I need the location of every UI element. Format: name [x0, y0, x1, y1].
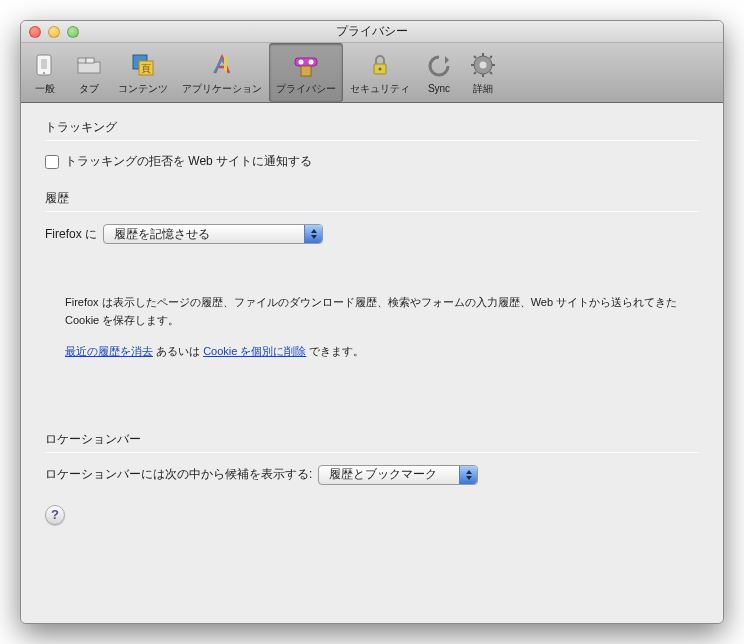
svg-rect-3	[78, 62, 100, 73]
tab-sync[interactable]: Sync	[417, 43, 461, 102]
minimize-button[interactable]	[48, 26, 60, 38]
section-title-locationbar: ロケーションバー	[45, 431, 699, 448]
svg-rect-10	[295, 58, 317, 66]
history-links-row: 最近の履歴を消去 あるいは Cookie を個別に削除 できます。	[65, 343, 699, 361]
history-mode-value: 履歴を記憶させる	[114, 226, 210, 243]
svg-rect-9	[224, 57, 227, 71]
general-icon	[30, 50, 60, 80]
tracking-checkbox-row[interactable]: トラッキングの拒否を Web サイトに通知する	[45, 153, 699, 170]
tab-label: タブ	[79, 82, 99, 96]
tracking-checkbox-label: トラッキングの拒否を Web サイトに通知する	[65, 153, 312, 170]
tab-label: アプリケーション	[182, 82, 262, 96]
history-links-middle: あるいは	[153, 345, 203, 357]
history-description-block: Firefox は表示したページの履歴、ファイルのダウンロード履歴、検索やフォー…	[65, 294, 699, 361]
content-icon: 頁	[128, 50, 158, 80]
clear-recent-history-link[interactable]: 最近の履歴を消去	[65, 345, 153, 357]
tab-label: セキュリティ	[350, 82, 410, 96]
select-arrows-icon	[459, 466, 477, 484]
tab-security[interactable]: セキュリティ	[343, 43, 417, 102]
locationbar-label: ロケーションバーには次の中から候補を表示する:	[45, 466, 312, 483]
svg-rect-4	[78, 58, 86, 63]
titlebar: プライバシー	[21, 21, 723, 43]
tab-applications[interactable]: アプリケーション	[175, 43, 269, 102]
svg-rect-13	[301, 66, 311, 76]
window-title: プライバシー	[21, 23, 723, 40]
applications-icon	[207, 50, 237, 80]
tab-tabs[interactable]: タブ	[67, 43, 111, 102]
history-mode-select[interactable]: 履歴を記憶させる	[103, 224, 323, 244]
locationbar-row: ロケーションバーには次の中から候補を表示する: 履歴とブックマーク	[45, 465, 699, 485]
tracking-section: トラッキング トラッキングの拒否を Web サイトに通知する	[45, 119, 699, 170]
svg-rect-5	[86, 58, 94, 63]
section-title-history: 履歴	[45, 190, 699, 207]
history-links-suffix: できます。	[306, 345, 364, 357]
svg-line-22	[474, 56, 476, 58]
advanced-icon	[468, 50, 498, 80]
tab-label: 一般	[35, 82, 55, 96]
tab-label: 詳細	[473, 82, 493, 96]
svg-point-12	[309, 59, 314, 64]
svg-rect-1	[41, 59, 47, 69]
history-description-text: Firefox は表示したページの履歴、ファイルのダウンロード履歴、検索やフォー…	[65, 294, 699, 329]
locationbar-value: 履歴とブックマーク	[329, 466, 437, 483]
svg-line-24	[474, 72, 476, 74]
tabs-icon	[74, 50, 104, 80]
locationbar-section: ロケーションバー ロケーションバーには次の中から候補を表示する: 履歴とブックマ…	[45, 431, 699, 485]
preferences-toolbar: 一般 タブ 頁 コンテンツ アプリケーション プラ	[21, 43, 723, 103]
tracking-checkbox[interactable]	[45, 155, 59, 169]
security-icon	[365, 50, 395, 80]
help-icon: ?	[51, 507, 59, 522]
close-button[interactable]	[29, 26, 41, 38]
divider	[45, 452, 699, 453]
tab-label: プライバシー	[276, 82, 336, 96]
window-controls	[21, 26, 79, 38]
history-mode-row: Firefox に 履歴を記憶させる	[45, 224, 699, 244]
tab-general[interactable]: 一般	[23, 43, 67, 102]
divider	[45, 140, 699, 141]
svg-point-11	[299, 59, 304, 64]
history-section: 履歴 Firefox に 履歴を記憶させる Firefox は表示したページの履…	[45, 190, 699, 361]
divider	[45, 211, 699, 212]
delete-cookies-link[interactable]: Cookie を個別に削除	[203, 345, 306, 357]
help-button[interactable]: ?	[45, 505, 65, 525]
preferences-window: プライバシー 一般 タブ 頁 コンテンツ アプ	[20, 20, 724, 624]
locationbar-select[interactable]: 履歴とブックマーク	[318, 465, 478, 485]
svg-line-25	[490, 56, 492, 58]
content-area: トラッキング トラッキングの拒否を Web サイトに通知する 履歴 Firefo…	[21, 103, 723, 623]
tab-privacy[interactable]: プライバシー	[269, 43, 343, 102]
history-prefix-label: Firefox に	[45, 226, 97, 243]
tab-label: Sync	[428, 83, 450, 94]
svg-point-17	[480, 61, 487, 68]
tab-label: コンテンツ	[118, 82, 168, 96]
sync-icon	[424, 51, 454, 81]
section-title-tracking: トラッキング	[45, 119, 699, 136]
svg-point-2	[43, 72, 45, 74]
zoom-button[interactable]	[67, 26, 79, 38]
tab-content[interactable]: 頁 コンテンツ	[111, 43, 175, 102]
select-arrows-icon	[304, 225, 322, 243]
tab-advanced[interactable]: 詳細	[461, 43, 505, 102]
svg-line-23	[490, 72, 492, 74]
privacy-icon	[291, 50, 321, 80]
svg-text:頁: 頁	[141, 63, 151, 74]
svg-point-15	[379, 67, 382, 70]
